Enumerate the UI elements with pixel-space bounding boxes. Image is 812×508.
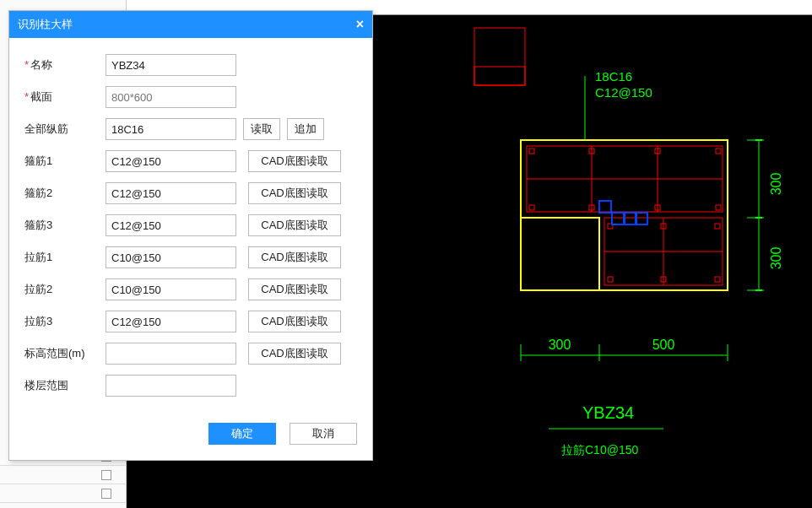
cad-read-stirrup3-button[interactable]: CAD底图读取	[248, 214, 341, 236]
dialog-titlebar[interactable]: 识别柱大样 ×	[9, 11, 372, 38]
cad-text-c12-150: C12@150	[595, 85, 652, 100]
tie2-input[interactable]	[106, 278, 236, 300]
dialog-body: *名称 *截面 全部纵筋 读取 追加 箍筋1 CAD底图读取 箍筋2 CAD底图…	[9, 38, 372, 414]
svg-rect-0	[474, 28, 525, 85]
dialog-title-text: 识别柱大样	[18, 17, 73, 32]
checkbox-icon[interactable]	[101, 470, 111, 480]
cad-dim-300-right-bottom: 300	[769, 247, 783, 270]
list-item[interactable]	[0, 466, 127, 484]
list-item[interactable]	[0, 484, 127, 503]
tie3-label: 拉筋3	[24, 314, 106, 329]
cancel-button[interactable]: 取消	[290, 423, 357, 445]
name-input[interactable]	[106, 54, 236, 76]
floor-input[interactable]	[106, 375, 236, 397]
name-label: *名称	[24, 57, 106, 73]
checkbox-icon[interactable]	[101, 489, 111, 499]
cad-dim-300-bottom: 300	[549, 338, 571, 352]
section-input[interactable]	[106, 86, 236, 108]
dialog-footer: 确定 取消	[9, 414, 372, 460]
cad-bottom-text: 拉筋C10@150	[561, 443, 638, 457]
cad-read-tie3-button[interactable]: CAD底图读取	[248, 311, 341, 332]
elev-input[interactable]	[106, 343, 236, 365]
cad-text-18c16: 18C16	[595, 69, 632, 84]
svg-rect-24	[715, 277, 720, 282]
cad-dim-500: 500	[652, 338, 675, 352]
stirrup2-label: 箍筋2	[24, 186, 106, 201]
tie1-input[interactable]	[106, 246, 236, 268]
cad-read-stirrup1-button[interactable]: CAD底图读取	[248, 150, 341, 172]
floor-label: 楼层范围	[24, 378, 106, 393]
stirrup1-label: 箍筋1	[24, 154, 106, 169]
svg-rect-25	[599, 201, 611, 213]
cad-dim-300-right-top: 300	[769, 173, 783, 196]
svg-rect-26	[612, 213, 624, 224]
cad-read-tie2-button[interactable]: CAD底图读取	[248, 278, 341, 300]
cad-read-elev-button[interactable]: CAD底图读取	[248, 343, 341, 365]
svg-rect-1	[474, 67, 525, 85]
svg-rect-21	[715, 224, 720, 229]
stirrup3-input[interactable]	[106, 214, 236, 236]
svg-rect-22	[608, 277, 613, 282]
stirrup1-input[interactable]	[106, 150, 236, 172]
svg-rect-28	[636, 213, 647, 224]
cad-read-stirrup2-button[interactable]: CAD底图读取	[248, 182, 341, 204]
svg-rect-18	[716, 205, 721, 210]
elev-label: 标高范围(m)	[24, 346, 106, 361]
tie1-label: 拉筋1	[24, 250, 106, 265]
cad-column-name: YBZ34	[582, 403, 634, 422]
tie3-input[interactable]	[106, 311, 236, 332]
svg-rect-11	[529, 149, 534, 154]
append-button[interactable]: 追加	[287, 118, 324, 140]
recognize-column-dialog: 识别柱大样 × *名称 *截面 全部纵筋 读取 追加 箍筋1 CAD底图读取 箍…	[8, 10, 373, 461]
svg-rect-14	[716, 149, 721, 154]
read-button[interactable]: 读取	[243, 118, 280, 140]
svg-rect-15	[529, 205, 534, 210]
close-icon[interactable]: ×	[356, 17, 364, 32]
ok-button[interactable]: 确定	[208, 423, 276, 445]
tie2-label: 拉筋2	[24, 282, 106, 297]
stirrup2-input[interactable]	[106, 182, 236, 204]
allbars-input[interactable]	[106, 118, 236, 140]
stirrup3-label: 箍筋3	[24, 218, 106, 233]
cad-read-tie1-button[interactable]: CAD底图读取	[248, 246, 341, 268]
svg-rect-27	[625, 213, 636, 224]
allbars-label: 全部纵筋	[24, 122, 106, 137]
section-label: *截面	[24, 89, 106, 105]
